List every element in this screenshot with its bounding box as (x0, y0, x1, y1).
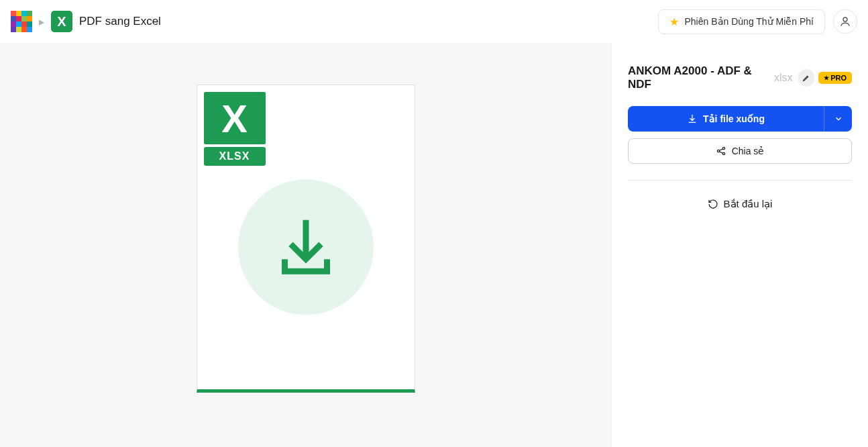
restart-button[interactable]: Bắt đầu lại (628, 198, 852, 210)
svg-point-0 (843, 17, 847, 21)
share-button[interactable]: Chia sẻ (628, 138, 852, 164)
header: ▸ X PDF sang Excel ★ Phiên Bản Dùng Thử … (0, 0, 868, 43)
format-badge-label: XLSX (219, 150, 250, 162)
download-label: Tải file xuống (703, 113, 765, 124)
page-title: PDF sang Excel (79, 15, 161, 28)
trial-label: Phiên Bản Dùng Thử Miễn Phí (684, 16, 814, 27)
rename-button[interactable] (798, 69, 815, 87)
file-extension: xlsx (774, 72, 793, 84)
download-large-icon (270, 211, 342, 284)
share-icon (716, 146, 726, 156)
user-icon (839, 15, 851, 28)
star-icon: ★ (669, 15, 679, 28)
app-logo[interactable] (11, 11, 32, 32)
trial-button[interactable]: ★ Phiên Bản Dùng Thử Miễn Phí (658, 9, 825, 34)
excel-icon: X (51, 11, 72, 32)
main: X XLSX ANKOM A2000 - ADF & NDF xlsx PRO (0, 43, 868, 447)
excel-large-letter: X (221, 96, 248, 141)
download-button[interactable]: Tải file xuống (628, 106, 824, 132)
preview-area: X XLSX (0, 43, 612, 447)
sidebar: ANKOM A2000 - ADF & NDF xlsx PRO Tải fil… (612, 43, 868, 447)
header-right: ★ Phiên Bản Dùng Thử Miễn Phí (658, 9, 857, 34)
file-preview-card: X XLSX (197, 85, 415, 393)
excel-large-icon: X (204, 92, 266, 144)
pro-badge: PRO (818, 72, 852, 84)
chevron-right-icon: ▸ (39, 15, 44, 28)
user-avatar-button[interactable] (833, 9, 857, 34)
restart-icon (708, 199, 718, 209)
share-label: Chia sẻ (732, 146, 765, 156)
download-icon (687, 113, 698, 124)
header-left: ▸ X PDF sang Excel (11, 11, 161, 32)
chevron-down-icon (834, 114, 843, 123)
format-badge: XLSX (204, 147, 266, 166)
restart-label: Bắt đầu lại (724, 198, 773, 210)
pencil-icon (802, 74, 810, 82)
file-row: ANKOM A2000 - ADF & NDF xlsx PRO (628, 64, 852, 91)
download-preview-button[interactable] (238, 180, 374, 315)
file-name: ANKOM A2000 - ADF & NDF (628, 64, 770, 91)
download-dropdown-button[interactable] (824, 106, 852, 132)
divider (628, 180, 852, 181)
download-button-group: Tải file xuống (628, 106, 852, 132)
excel-icon-letter: X (57, 14, 66, 30)
pro-label: PRO (830, 74, 847, 82)
